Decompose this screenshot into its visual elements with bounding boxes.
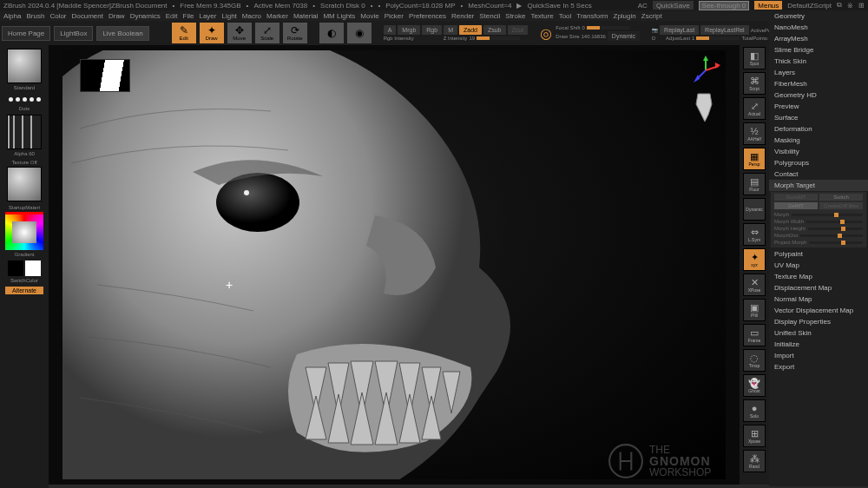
edit-tool[interactable]: ✎Edit bbox=[172, 23, 196, 43]
texture-slot[interactable]: Texture Off bbox=[5, 160, 43, 201]
del-mt-button[interactable]: DelMT bbox=[774, 202, 818, 209]
ricon-floor[interactable]: ▤Floor bbox=[743, 173, 766, 195]
menu-item[interactable]: File bbox=[183, 12, 194, 20]
menu-item[interactable]: Texture bbox=[530, 12, 553, 20]
project-morph-slider[interactable]: Project Morph bbox=[774, 239, 863, 246]
ricon-persp[interactable]: ▦Persp bbox=[743, 148, 766, 170]
alpha-thumbnail[interactable] bbox=[80, 59, 130, 92]
menu-item[interactable]: Macro bbox=[242, 12, 261, 20]
default-zscript[interactable]: DefaultZScript bbox=[787, 2, 832, 10]
rp-item[interactable]: Geometry HD bbox=[769, 89, 868, 101]
morph-slider[interactable]: Morph bbox=[774, 211, 863, 218]
axis-gizmo-icon[interactable] bbox=[691, 56, 720, 85]
menu-item[interactable]: Zplugin bbox=[614, 12, 636, 20]
rp-item[interactable]: Display Properties bbox=[769, 316, 868, 327]
rp-item[interactable]: Thick Skin bbox=[769, 56, 868, 67]
ricon-dynamic[interactable]: Dynamic bbox=[743, 198, 766, 221]
nav-head-icon[interactable] bbox=[691, 89, 717, 123]
rp-item[interactable]: UV Map bbox=[769, 260, 868, 271]
ricon-solo[interactable]: ●Solo bbox=[743, 399, 766, 422]
store-mt-button[interactable]: StoreMT bbox=[774, 194, 818, 201]
quicksave-button[interactable]: QuickSave bbox=[653, 1, 694, 10]
viewport[interactable]: + bbox=[49, 45, 740, 485]
ricon-script[interactable]: ⌘Scrpt bbox=[743, 72, 766, 95]
menu-item[interactable]: Movie bbox=[360, 12, 378, 20]
menu-item[interactable]: Zscript bbox=[641, 12, 662, 20]
rp-item[interactable]: Preview bbox=[769, 101, 868, 112]
menu-item[interactable]: Light bbox=[221, 12, 236, 20]
adjust-slider[interactable] bbox=[696, 36, 740, 40]
creatediff-button[interactable]: CreateDiff Mes bbox=[819, 202, 863, 209]
rp-item[interactable]: Import bbox=[769, 350, 868, 361]
window-icon[interactable]: ※ bbox=[847, 2, 853, 10]
ricon-lsym[interactable]: ⇔L.Sym bbox=[743, 223, 766, 246]
mode-m[interactable]: M bbox=[444, 25, 457, 35]
menu-item[interactable]: Transform bbox=[576, 12, 608, 20]
ricon-ghost[interactable]: 👻Ghost bbox=[743, 374, 766, 397]
rp-item[interactable]: Vector Displacement Map bbox=[769, 305, 868, 316]
rp-item[interactable]: NanoMesh bbox=[769, 22, 868, 33]
rotate-tool[interactable]: ⟳Rotate bbox=[283, 23, 307, 43]
draw-tool[interactable]: ✦Draw bbox=[200, 23, 224, 43]
gizmo-tool[interactable]: ◐ bbox=[319, 23, 344, 43]
seethrough-button[interactable]: See-through 0 bbox=[699, 1, 750, 10]
replay-rel-button[interactable]: ReplayLastRel bbox=[700, 25, 749, 35]
rp-item[interactable]: Visibility bbox=[769, 146, 868, 157]
rp-item[interactable]: Polygroups bbox=[769, 157, 868, 168]
mode-zadd[interactable]: Zadd bbox=[459, 25, 482, 35]
ricon-actual[interactable]: ⤢Actual bbox=[743, 97, 766, 120]
ricon-trnsp[interactable]: ◌Trnsp bbox=[743, 349, 766, 372]
rp-item[interactable]: Surface bbox=[769, 112, 868, 123]
alpha-slot[interactable]: Alpha 60 bbox=[5, 115, 43, 156]
material-slot[interactable]: StartupMateriGradient bbox=[5, 205, 43, 257]
menu-item[interactable]: Marker bbox=[266, 12, 288, 20]
ricon-xpose2[interactable]: ⊞Xpose bbox=[743, 425, 766, 447]
camera-icon[interactable]: 📷 bbox=[652, 27, 658, 33]
morph-height-slider[interactable]: Morph Height bbox=[774, 225, 863, 232]
tab-home[interactable]: Home Page bbox=[2, 26, 50, 41]
menu-item[interactable]: Document bbox=[72, 12, 103, 20]
switch-mt-button[interactable]: Switch bbox=[819, 194, 863, 201]
rp-item[interactable]: Contact bbox=[769, 168, 868, 180]
rp-item[interactable]: Deformation bbox=[769, 123, 868, 135]
menu-item[interactable]: Material bbox=[293, 12, 318, 20]
menu-item[interactable]: Color bbox=[49, 12, 66, 20]
mode-rgb[interactable]: Rgb bbox=[422, 25, 442, 35]
canvas[interactable]: + bbox=[62, 50, 726, 479]
z-intensity-slider[interactable] bbox=[477, 36, 520, 40]
rp-item[interactable]: Displacement Map bbox=[769, 282, 868, 293]
ricon-spot[interactable]: ◧Spot bbox=[743, 47, 766, 69]
ricon-rand[interactable]: ⁂Rand bbox=[743, 450, 766, 472]
menu-item[interactable]: Tool bbox=[559, 12, 572, 20]
focal-slider[interactable] bbox=[587, 26, 630, 30]
mode-zcut[interactable]: Zcut bbox=[508, 25, 529, 35]
scale-tool[interactable]: ⤢Scale bbox=[255, 23, 279, 43]
menu-item[interactable]: Stencil bbox=[479, 12, 500, 20]
mode-a[interactable]: A bbox=[384, 25, 397, 35]
ricon-pfill[interactable]: ▣Pfill bbox=[743, 299, 766, 321]
rp-item[interactable]: Masking bbox=[769, 135, 868, 146]
ricon-aahalf[interactable]: ½AAHalf bbox=[743, 122, 766, 145]
menu-item[interactable]: Dynamics bbox=[130, 12, 161, 20]
menu-item[interactable]: Brush bbox=[26, 12, 44, 20]
ricon-xpose[interactable]: ✕XPose bbox=[743, 274, 766, 296]
morph-dist-slider[interactable]: MorphDist bbox=[774, 232, 863, 239]
ricon-frame[interactable]: ▭Frame bbox=[743, 324, 766, 346]
rp-item[interactable]: Geometry bbox=[769, 10, 868, 22]
rp-morph-target[interactable]: Morph Target bbox=[769, 180, 868, 191]
rp-item[interactable]: Texture Map bbox=[769, 271, 868, 282]
menu-item[interactable]: MM Lights bbox=[323, 12, 355, 20]
menu-item[interactable]: Draw bbox=[108, 12, 125, 20]
z-intensity-value[interactable]: 19 bbox=[469, 36, 475, 41]
menu-item[interactable]: Edit bbox=[166, 12, 178, 20]
swatch-slot[interactable]: SwitchColor bbox=[5, 260, 43, 283]
rp-item[interactable]: Initialize bbox=[769, 339, 868, 350]
stroke-slot[interactable]: Dots bbox=[5, 94, 43, 111]
rp-item[interactable]: Layers bbox=[769, 67, 868, 78]
ricon-xyz[interactable]: ✦xyz bbox=[743, 248, 766, 271]
menus-button[interactable]: Menus bbox=[754, 1, 782, 10]
tab-boolean[interactable]: Live Boolean bbox=[96, 26, 148, 41]
rp-item[interactable]: ArrayMesh bbox=[769, 33, 868, 44]
rp-item[interactable]: FiberMesh bbox=[769, 78, 868, 89]
rp-item[interactable]: Export bbox=[769, 361, 868, 373]
